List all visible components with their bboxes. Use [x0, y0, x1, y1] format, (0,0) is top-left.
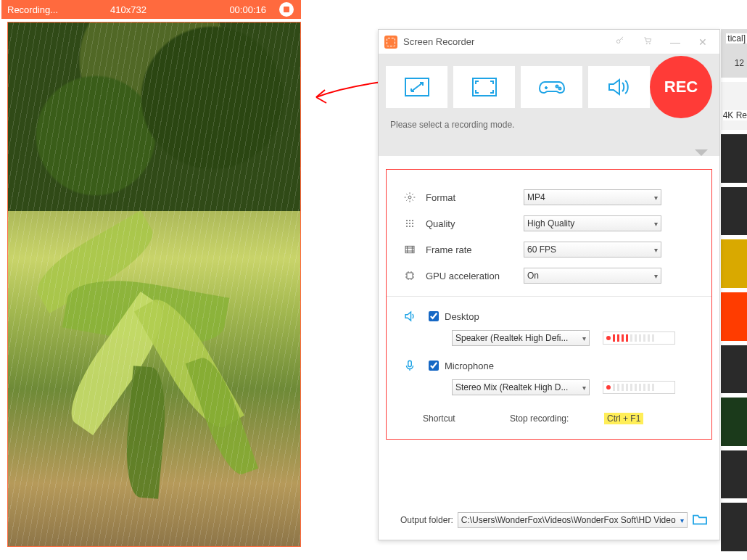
svg-point-9: [409, 220, 410, 221]
gpu-row: GPU acceleration On: [401, 263, 697, 289]
svg-point-12: [409, 223, 410, 223]
svg-point-15: [409, 226, 410, 226]
mic-audio-row: Microphone: [401, 359, 697, 372]
output-row: Output folder: C:\Users\WonderFox\Videos…: [379, 512, 719, 534]
svg-point-10: [412, 220, 413, 221]
recording-status: Recording...: [7, 4, 58, 15]
mode-hint: Please select a recording mode.: [379, 120, 719, 146]
svg-point-5: [556, 86, 558, 88]
speaker-icon: [401, 310, 418, 323]
svg-point-7: [408, 196, 411, 199]
output-path-select[interactable]: C:\Users\WonderFox\Videos\WonderFox Soft…: [458, 512, 688, 528]
mode-fullscreen-button[interactable]: [453, 66, 515, 108]
gear-icon: [401, 192, 418, 203]
mode-audio-button[interactable]: [588, 66, 650, 108]
collapse-arrow-icon[interactable]: [379, 146, 719, 156]
bg-text-1: tical]: [726, 33, 747, 44]
titlebar: Screen Recorder — ✕: [379, 30, 719, 54]
background-thumbnails: [721, 29, 747, 551]
desktop-audio-checkbox[interactable]: [429, 311, 439, 321]
svg-point-14: [406, 226, 407, 226]
app-logo-icon: [384, 36, 397, 49]
open-folder-button[interactable]: [692, 513, 708, 528]
quality-label: Quality: [418, 218, 524, 229]
svg-point-6: [558, 88, 561, 90]
record-button[interactable]: REC: [650, 56, 712, 118]
fps-select[interactable]: 60 FPS: [524, 242, 661, 258]
quality-select[interactable]: High Quality: [524, 215, 661, 231]
window-title: Screen Recorder: [403, 36, 603, 47]
screen-recorder-window: Screen Recorder — ✕ REC Please select a …: [378, 29, 720, 540]
mic-audio-checkbox[interactable]: [429, 361, 439, 371]
fps-label: Frame rate: [418, 244, 524, 255]
recording-elapsed: 00:00:16: [229, 4, 266, 15]
svg-point-2: [649, 44, 650, 44]
shortcut-action: Stop recording:: [510, 413, 604, 424]
mode-game-button[interactable]: [521, 66, 582, 108]
mode-toolbar: REC: [379, 54, 719, 120]
svg-point-1: [646, 44, 647, 44]
svg-rect-18: [407, 273, 413, 279]
recording-preview: [7, 22, 301, 547]
quality-row: Quality High Quality: [401, 210, 697, 236]
mode-region-button[interactable]: [386, 66, 447, 108]
gpu-select[interactable]: On: [524, 268, 661, 284]
film-icon: [401, 244, 418, 255]
microphone-icon: [401, 359, 418, 372]
desktop-audio-row: Desktop: [401, 310, 697, 323]
mic-device-select[interactable]: Stereo Mix (Realtek High D...: [452, 379, 590, 395]
desktop-audio-label: Desktop: [445, 311, 479, 322]
bg-text-3: 4K Re: [723, 110, 747, 120]
key-icon[interactable]: [609, 36, 631, 48]
svg-point-16: [412, 226, 413, 226]
svg-rect-17: [405, 246, 414, 252]
recording-dimensions: 410x732: [110, 4, 146, 15]
settings-panel: Format MP4 Quality High Quality Frame ra…: [386, 169, 712, 440]
quality-icon: [401, 218, 418, 229]
gpu-label: GPU acceleration: [418, 271, 524, 281]
cart-icon[interactable]: [637, 36, 659, 48]
shortcut-row: Shortcut Stop recording: Ctrl + F1: [401, 408, 697, 432]
chip-icon: [401, 270, 418, 281]
svg-point-8: [406, 220, 407, 221]
shortcut-key: Ctrl + F1: [604, 413, 643, 424]
mic-audio-meter: [603, 381, 675, 394]
fps-row: Frame rate 60 FPS: [401, 236, 697, 263]
shortcut-label: Shortcut: [423, 413, 510, 424]
svg-rect-19: [408, 361, 412, 366]
svg-point-11: [406, 223, 407, 223]
stop-recording-button[interactable]: [279, 2, 294, 17]
desktop-audio-meter: [603, 332, 675, 345]
minimize-button[interactable]: —: [664, 36, 686, 48]
svg-point-0: [616, 40, 620, 44]
mic-audio-label: Microphone: [445, 361, 494, 371]
format-select[interactable]: MP4: [524, 189, 661, 205]
format-row: Format MP4: [401, 184, 697, 210]
close-button[interactable]: ✕: [692, 36, 714, 48]
format-label: Format: [418, 192, 524, 203]
output-label: Output folder:: [400, 515, 453, 525]
desktop-device-select[interactable]: Speaker (Realtek High Defi...: [452, 330, 590, 346]
svg-point-13: [412, 223, 413, 223]
recording-bar: Recording... 410x732 00:00:16: [1, 0, 301, 19]
bg-text-2: 12: [735, 58, 744, 68]
